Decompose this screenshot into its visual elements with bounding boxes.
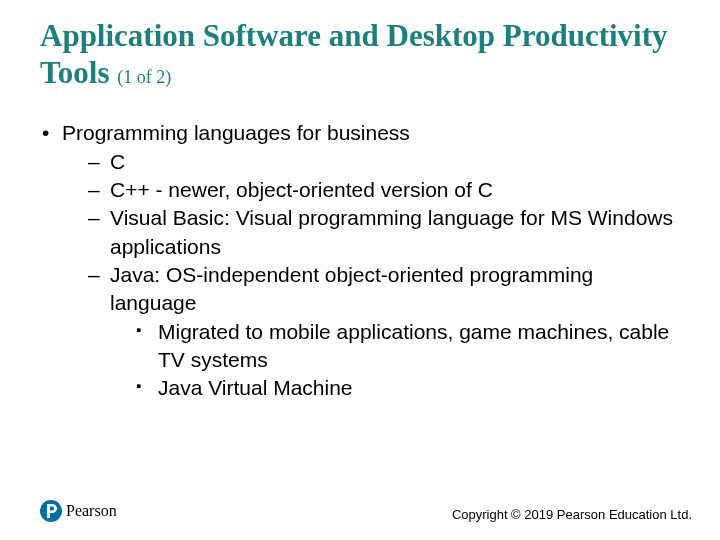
bullet-heading: Programming languages for business [62,121,410,144]
square-list: Migrated to mobile applications, game ma… [110,318,680,403]
title-counter: (1 of 2) [117,67,171,87]
list-item: Java: OS-independent object-oriented pro… [88,261,680,403]
square-text: Migrated to mobile applications, game ma… [158,320,669,371]
dash-text: Java: OS-independent object-oriented pro… [110,263,593,314]
body-block: Programming languages for business C C++… [0,91,720,402]
bullet-list: Programming languages for business C C++… [40,119,680,402]
dash-text: C++ - newer, object-oriented version of … [110,178,493,201]
list-item: C++ - newer, object-oriented version of … [88,176,680,204]
dash-text: C [110,150,125,173]
list-item: Migrated to mobile applications, game ma… [136,318,680,375]
slide-title: Application Software and Desktop Product… [40,18,680,91]
list-item: Visual Basic: Visual programming languag… [88,204,680,261]
list-item: Programming languages for business C C++… [40,119,680,402]
list-item: C [88,148,680,176]
copyright-text: Copyright © 2019 Pearson Education Ltd. [452,507,692,522]
slide: Application Software and Desktop Product… [0,0,720,540]
brand-logo: Pearson [40,500,117,522]
footer: Pearson Copyright © 2019 Pearson Educati… [0,500,720,522]
title-block: Application Software and Desktop Product… [0,0,720,91]
dash-text: Visual Basic: Visual programming languag… [110,206,673,257]
brand-name: Pearson [66,502,117,520]
list-item: Java Virtual Machine [136,374,680,402]
dash-list: C C++ - newer, object-oriented version o… [62,148,680,403]
pearson-logo-icon [40,500,62,522]
square-text: Java Virtual Machine [158,376,353,399]
